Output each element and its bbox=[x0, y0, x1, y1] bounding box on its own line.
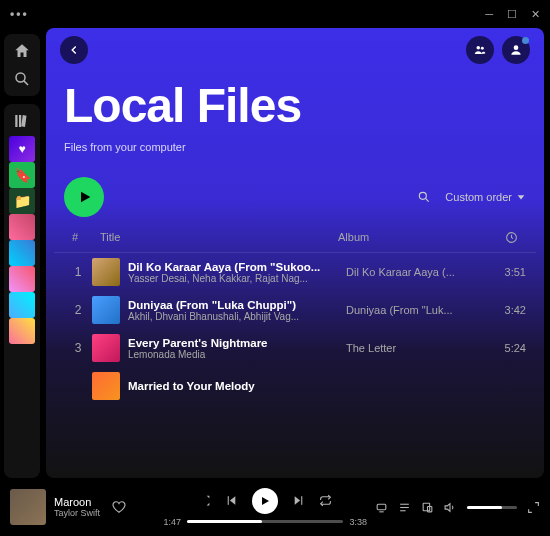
heart-icon[interactable] bbox=[112, 500, 126, 514]
track-index: 3 bbox=[64, 341, 92, 355]
queue-icon[interactable] bbox=[398, 501, 411, 514]
track-meta: Duniyaa (From "Luka Chuppi") Akhil, Dhva… bbox=[128, 299, 299, 322]
devices-icon[interactable] bbox=[421, 501, 434, 514]
page-title: Local Files bbox=[64, 78, 526, 133]
play-icon bbox=[77, 189, 93, 205]
now-playing-artist[interactable]: Taylor Swift bbox=[54, 508, 100, 518]
chevron-down-icon bbox=[516, 192, 526, 202]
play-all-button[interactable] bbox=[64, 177, 104, 217]
window-controls: ─ ☐ ✕ bbox=[485, 8, 540, 21]
track-duration: 3:42 bbox=[476, 304, 526, 316]
svg-rect-2 bbox=[15, 115, 17, 127]
search-in-list-icon[interactable] bbox=[417, 190, 431, 204]
svg-point-0 bbox=[16, 73, 25, 82]
now-playing-art[interactable] bbox=[10, 489, 46, 525]
col-album: Album bbox=[338, 231, 468, 246]
track-index: 2 bbox=[64, 303, 92, 317]
track-title: Married to Your Melody bbox=[128, 380, 255, 392]
shuffle-icon[interactable] bbox=[198, 494, 211, 507]
play-pause-button[interactable] bbox=[252, 488, 278, 514]
library-icon[interactable] bbox=[13, 112, 31, 130]
track-art bbox=[92, 258, 120, 286]
svg-marker-10 bbox=[518, 195, 525, 199]
sidebar-playlist[interactable]: 📁 bbox=[9, 188, 35, 214]
track-title: Duniyaa (From "Luka Chuppi") bbox=[128, 299, 299, 311]
sort-area: Custom order bbox=[417, 190, 526, 204]
table-row[interactable]: Married to Your Melody bbox=[54, 367, 536, 405]
back-button[interactable] bbox=[60, 36, 88, 64]
chevron-left-icon bbox=[67, 43, 81, 57]
track-title-cell: Every Parent's Nightmare Lemonada Media bbox=[92, 334, 346, 362]
track-album: Dil Ko Karaar Aaya (... bbox=[346, 266, 476, 278]
notification-dot bbox=[522, 37, 529, 44]
track-title-cell: Dil Ko Karaar Aaya (From "Sukoo... Yasse… bbox=[92, 258, 346, 286]
next-icon[interactable] bbox=[292, 494, 305, 507]
repeat-icon[interactable] bbox=[319, 494, 332, 507]
track-artist: Lemonada Media bbox=[128, 349, 268, 360]
hero: Local Files Files from your computer bbox=[46, 72, 544, 167]
nav-group bbox=[4, 34, 40, 96]
player-controls bbox=[198, 488, 332, 514]
profile-button[interactable] bbox=[502, 36, 530, 64]
sidebar-playlist[interactable] bbox=[9, 240, 35, 266]
people-icon bbox=[473, 43, 487, 57]
track-art bbox=[92, 296, 120, 324]
col-duration bbox=[468, 231, 518, 246]
track-artist: Yasser Desai, Neha Kakkar, Rajat Nag... bbox=[128, 273, 320, 284]
volume-bar[interactable] bbox=[467, 506, 517, 509]
track-album: The Letter bbox=[346, 342, 476, 354]
minimize-button[interactable]: ─ bbox=[485, 8, 493, 21]
friends-button[interactable] bbox=[466, 36, 494, 64]
play-icon bbox=[259, 495, 271, 507]
sidebar-playlist[interactable]: ♥ bbox=[9, 136, 35, 162]
search-icon[interactable] bbox=[13, 70, 31, 88]
maximize-button[interactable]: ☐ bbox=[507, 8, 517, 21]
sidebar-playlist[interactable] bbox=[9, 318, 35, 344]
table-row[interactable]: 1 Dil Ko Karaar Aaya (From "Sukoo... Yas… bbox=[54, 253, 536, 291]
lyrics-icon[interactable] bbox=[375, 501, 388, 514]
now-playing: Maroon Taylor Swift bbox=[10, 489, 155, 525]
svg-point-4 bbox=[477, 46, 481, 50]
sort-button[interactable]: Custom order bbox=[445, 191, 526, 203]
total-time: 3:38 bbox=[349, 517, 367, 527]
fullscreen-icon[interactable] bbox=[527, 501, 540, 514]
svg-rect-13 bbox=[228, 496, 229, 505]
sidebar-playlist[interactable]: 🔖 bbox=[9, 162, 35, 188]
sort-label: Custom order bbox=[445, 191, 512, 203]
volume-fill bbox=[467, 506, 502, 509]
previous-icon[interactable] bbox=[225, 494, 238, 507]
sidebar-playlist[interactable] bbox=[9, 214, 35, 240]
close-button[interactable]: ✕ bbox=[531, 8, 540, 21]
progress-bar[interactable] bbox=[187, 520, 344, 523]
svg-rect-17 bbox=[377, 504, 386, 509]
table-header: # Title Album bbox=[54, 227, 536, 253]
svg-line-9 bbox=[426, 198, 429, 201]
col-index: # bbox=[72, 231, 100, 246]
home-icon[interactable] bbox=[13, 42, 31, 60]
now-playing-meta: Maroon Taylor Swift bbox=[54, 496, 100, 518]
volume-icon[interactable] bbox=[444, 501, 457, 514]
svg-line-1 bbox=[24, 81, 28, 85]
track-album: Duniyaa (From "Luk... bbox=[346, 304, 476, 316]
sidebar-playlist[interactable] bbox=[9, 292, 35, 318]
svg-point-6 bbox=[514, 45, 519, 50]
menu-dots[interactable]: ••• bbox=[10, 7, 29, 21]
table-row[interactable]: 2 Duniyaa (From "Luka Chuppi") Akhil, Dh… bbox=[54, 291, 536, 329]
page-subtitle: Files from your computer bbox=[64, 141, 526, 153]
now-playing-title[interactable]: Maroon bbox=[54, 496, 100, 508]
track-meta: Dil Ko Karaar Aaya (From "Sukoo... Yasse… bbox=[128, 261, 320, 284]
svg-marker-12 bbox=[230, 496, 235, 505]
svg-marker-14 bbox=[262, 497, 269, 505]
svg-point-8 bbox=[420, 192, 427, 199]
svg-rect-3 bbox=[19, 115, 21, 127]
track-title-cell: Duniyaa (From "Luka Chuppi") Akhil, Dhva… bbox=[92, 296, 346, 324]
svg-marker-7 bbox=[81, 192, 90, 203]
titlebar: ••• ─ ☐ ✕ bbox=[0, 0, 550, 28]
table-row[interactable]: 3 Every Parent's Nightmare Lemonada Medi… bbox=[54, 329, 536, 367]
track-title: Every Parent's Nightmare bbox=[128, 337, 268, 349]
sidebar-playlist[interactable] bbox=[9, 266, 35, 292]
clock-icon bbox=[505, 231, 518, 244]
track-art bbox=[92, 334, 120, 362]
svg-rect-16 bbox=[301, 496, 302, 505]
player-center: 1:47 3:38 bbox=[163, 488, 367, 527]
